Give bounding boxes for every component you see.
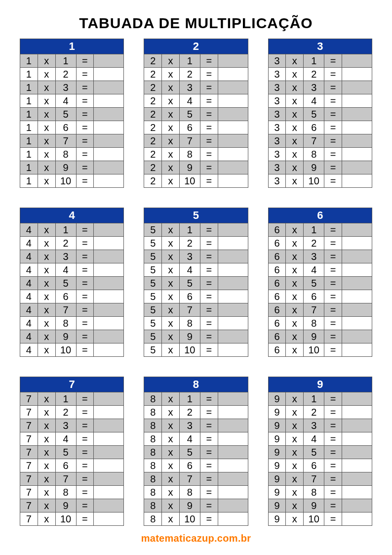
equals-symbol: = xyxy=(200,161,218,174)
table-row: 4x1= xyxy=(20,223,124,237)
times-symbol: x xyxy=(162,499,180,512)
answer-blank xyxy=(218,81,248,94)
multiplier: 4 xyxy=(179,432,200,446)
table-row: 2x6= xyxy=(144,121,248,134)
multiplicand: 5 xyxy=(144,290,162,303)
equals-symbol: = xyxy=(76,472,94,486)
equals-symbol: = xyxy=(324,459,342,472)
times-symbol: x xyxy=(286,486,304,499)
multiplicand: 1 xyxy=(20,68,38,81)
multiplier: 1 xyxy=(304,223,324,237)
table-row: 6x5= xyxy=(268,277,372,290)
table-row: 9x8= xyxy=(268,486,372,499)
multiplier: 10 xyxy=(179,512,200,526)
table-row: 6x4= xyxy=(268,263,372,277)
multiplier: 8 xyxy=(55,148,76,161)
answer-blank xyxy=(94,446,124,459)
times-symbol: x xyxy=(38,121,55,134)
equals-symbol: = xyxy=(200,148,218,161)
equals-symbol: = xyxy=(324,472,342,486)
equals-symbol: = xyxy=(200,459,218,472)
answer-blank xyxy=(218,512,248,526)
equals-symbol: = xyxy=(76,330,94,343)
times-symbol: x xyxy=(286,406,304,419)
table-row: 2x4= xyxy=(144,94,248,108)
table-row: 1x6= xyxy=(20,121,124,134)
table-row: 6x2= xyxy=(268,237,372,250)
equals-symbol: = xyxy=(200,68,218,81)
table-row: 8x9= xyxy=(144,499,248,512)
multiplicand: 2 xyxy=(144,161,162,174)
multiplier: 4 xyxy=(179,94,200,108)
times-symbol: x xyxy=(286,237,304,250)
table-header-number: 4 xyxy=(20,208,124,223)
multiplier: 4 xyxy=(304,432,324,446)
multiplicand: 7 xyxy=(20,446,38,459)
multiplicand: 2 xyxy=(144,134,162,148)
multiplicand: 5 xyxy=(144,237,162,250)
table-row: 6x7= xyxy=(268,303,372,317)
multiplicand: 1 xyxy=(20,121,38,134)
answer-blank xyxy=(94,499,124,512)
table-row: 8x10= xyxy=(144,512,248,526)
answer-blank xyxy=(342,486,372,499)
times-symbol: x xyxy=(38,161,55,174)
table-row: 2x10= xyxy=(144,174,248,188)
multiplicand: 4 xyxy=(20,277,38,290)
answer-blank xyxy=(94,223,124,237)
multiplicand: 9 xyxy=(268,486,286,499)
multiplicand: 3 xyxy=(268,68,286,81)
multiplier: 4 xyxy=(179,263,200,277)
equals-symbol: = xyxy=(324,277,342,290)
multiplier: 7 xyxy=(179,472,200,486)
table-row: 9x10= xyxy=(268,512,372,526)
answer-blank xyxy=(218,343,248,357)
table-row: 8x6= xyxy=(144,459,248,472)
multiplicand: 2 xyxy=(144,148,162,161)
multiplier: 1 xyxy=(179,54,200,68)
multiplier: 5 xyxy=(179,108,200,121)
table-row: 7x10= xyxy=(20,512,124,526)
multiplication-table: 77x1=7x2=7x3=7x4=7x5=7x6=7x7=7x8=7x9=7x1… xyxy=(20,377,124,526)
equals-symbol: = xyxy=(324,392,342,406)
times-symbol: x xyxy=(286,472,304,486)
times-symbol: x xyxy=(162,134,180,148)
times-symbol: x xyxy=(162,108,180,121)
times-symbol: x xyxy=(286,343,304,357)
equals-symbol: = xyxy=(76,303,94,317)
answer-blank xyxy=(94,330,124,343)
times-symbol: x xyxy=(162,486,180,499)
answer-blank xyxy=(218,317,248,330)
multiplicand: 4 xyxy=(20,263,38,277)
equals-symbol: = xyxy=(324,148,342,161)
equals-symbol: = xyxy=(200,486,218,499)
times-symbol: x xyxy=(162,432,180,446)
times-symbol: x xyxy=(162,237,180,250)
equals-symbol: = xyxy=(200,250,218,263)
multiplier: 10 xyxy=(55,174,76,188)
times-symbol: x xyxy=(38,317,55,330)
table-row: 4x7= xyxy=(20,303,124,317)
times-symbol: x xyxy=(286,121,304,134)
equals-symbol: = xyxy=(324,223,342,237)
table-row: 7x9= xyxy=(20,499,124,512)
equals-symbol: = xyxy=(76,237,94,250)
equals-symbol: = xyxy=(324,512,342,526)
answer-blank xyxy=(218,263,248,277)
times-symbol: x xyxy=(38,237,55,250)
equals-symbol: = xyxy=(324,161,342,174)
equals-symbol: = xyxy=(76,161,94,174)
answer-blank xyxy=(342,174,372,188)
answer-blank xyxy=(94,174,124,188)
multiplicand: 1 xyxy=(20,108,38,121)
table-row: 3x2= xyxy=(268,68,372,81)
table-row: 4x9= xyxy=(20,330,124,343)
multiplicand: 6 xyxy=(268,277,286,290)
answer-blank xyxy=(342,121,372,134)
multiplicand: 1 xyxy=(20,94,38,108)
equals-symbol: = xyxy=(324,81,342,94)
times-symbol: x xyxy=(38,223,55,237)
multiplier: 2 xyxy=(304,237,324,250)
multiplicand: 5 xyxy=(144,223,162,237)
times-symbol: x xyxy=(38,459,55,472)
